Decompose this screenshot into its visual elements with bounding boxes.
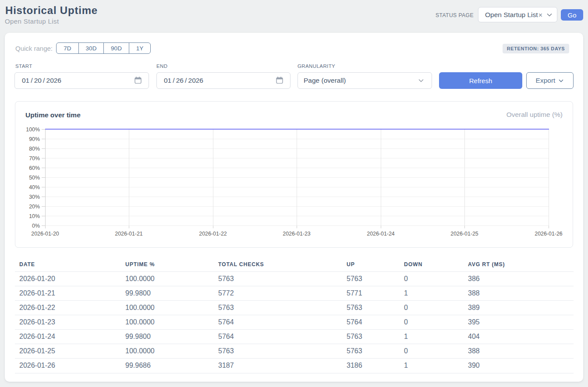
svg-text:30%: 30% [29,194,40,200]
svg-text:50%: 50% [29,175,40,181]
svg-text:70%: 70% [29,155,40,162]
svg-text:60%: 60% [29,165,40,171]
svg-text:2026-01-20: 2026-01-20 [31,231,59,237]
svg-text:100%: 100% [26,127,40,133]
svg-text:10%: 10% [29,213,40,219]
svg-text:2026-01-24: 2026-01-24 [367,231,394,237]
svg-text:2026-01-26: 2026-01-26 [535,231,562,237]
svg-text:80%: 80% [29,146,40,152]
svg-text:90%: 90% [29,136,40,142]
svg-text:2026-01-22: 2026-01-22 [199,231,227,237]
svg-text:2026-01-21: 2026-01-21 [115,231,142,237]
svg-text:20%: 20% [29,204,40,210]
svg-text:40%: 40% [29,184,40,190]
svg-text:2026-01-25: 2026-01-25 [450,231,478,237]
svg-text:2026-01-23: 2026-01-23 [283,231,310,237]
svg-text:0%: 0% [32,223,40,229]
